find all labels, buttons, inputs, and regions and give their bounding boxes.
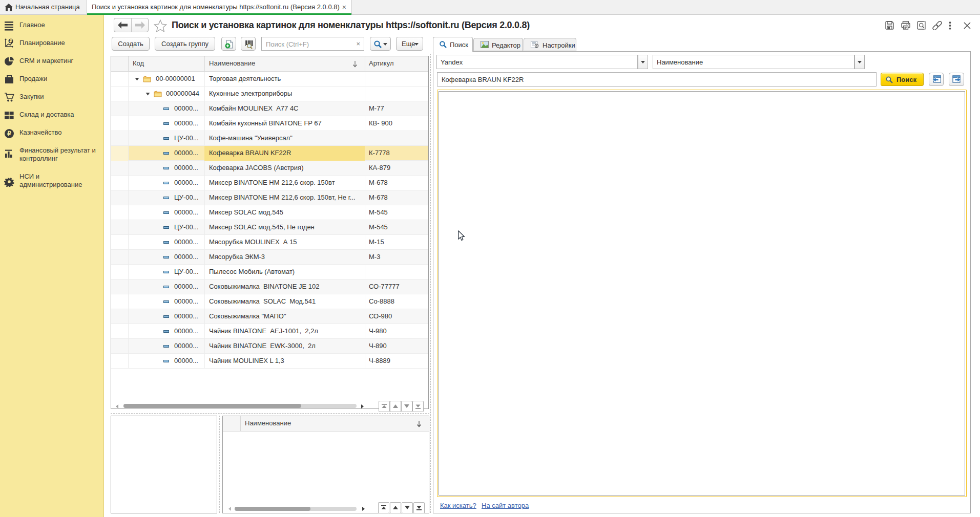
svg-text:₽: ₽ [7,130,11,137]
svg-text:₽: ₽ [9,38,12,44]
